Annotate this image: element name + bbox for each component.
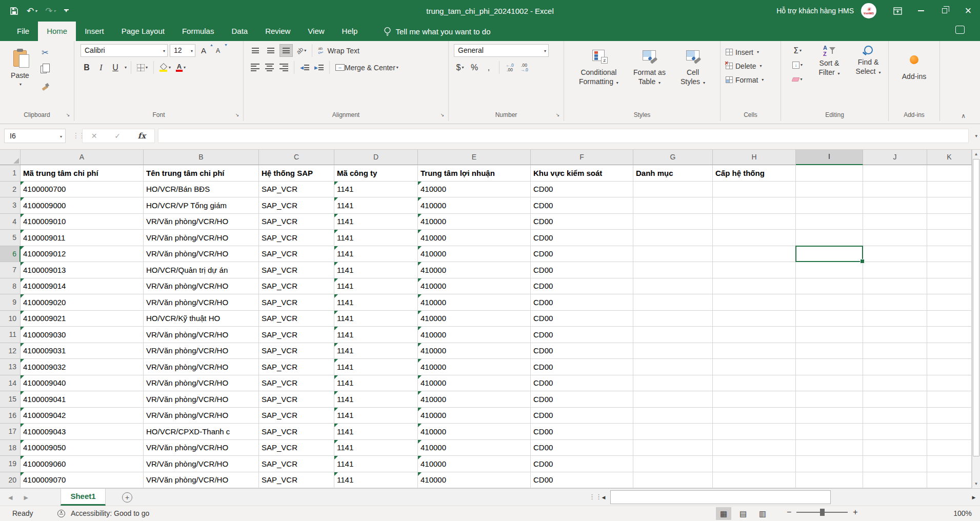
cell-G16[interactable]: [633, 408, 713, 424]
cell-E16[interactable]: 410000: [418, 408, 531, 424]
cell-D11[interactable]: 1141: [334, 327, 418, 343]
cell-J3[interactable]: [863, 197, 927, 214]
cell-J4[interactable]: [863, 214, 927, 230]
row-header-1[interactable]: 1: [0, 165, 21, 182]
cell-H16[interactable]: [713, 408, 796, 424]
cell-F2[interactable]: CD00: [531, 182, 633, 198]
column-header-A[interactable]: A: [21, 150, 144, 165]
restore-button[interactable]: [933, 0, 956, 22]
cell-I18[interactable]: [796, 440, 863, 456]
cell-C20[interactable]: SAP_VCR: [259, 472, 334, 489]
vertical-scroll-thumb[interactable]: [973, 159, 979, 456]
cell-E13[interactable]: 410000: [418, 359, 531, 375]
cell-G3[interactable]: [633, 197, 713, 214]
cell-F1[interactable]: Khu vực kiểm soát: [531, 165, 633, 182]
column-header-D[interactable]: D: [334, 150, 418, 165]
cell-J9[interactable]: [863, 294, 927, 311]
cell-I13[interactable]: [796, 359, 863, 375]
cell-A12[interactable]: 4100009031: [21, 343, 144, 359]
row-header-3[interactable]: 3: [0, 197, 21, 214]
font-dialog-launcher[interactable]: [234, 111, 241, 118]
tab-help[interactable]: Help: [333, 22, 367, 41]
column-header-H[interactable]: H: [713, 150, 796, 165]
cell-H5[interactable]: [713, 230, 796, 246]
cell-B18[interactable]: VR/Văn phòng/VCR/HO: [144, 440, 259, 456]
cell-G13[interactable]: [633, 359, 713, 375]
cell-D16[interactable]: 1141: [334, 408, 418, 424]
cell-K9[interactable]: [927, 294, 972, 311]
format-cells-button[interactable]: Format▾: [726, 73, 781, 87]
redo-button[interactable]: ↷▾: [43, 3, 58, 18]
cell-A13[interactable]: 4100009032: [21, 359, 144, 375]
cell-D3[interactable]: 1141: [334, 197, 418, 214]
name-box[interactable]: I6▾: [4, 129, 66, 143]
cell-D15[interactable]: 1141: [334, 391, 418, 408]
cell-I11[interactable]: [796, 327, 863, 343]
column-header-C[interactable]: C: [259, 150, 334, 165]
row-header-2[interactable]: 2: [0, 182, 21, 198]
cell-B1[interactable]: Tên trung tâm chi phí: [144, 165, 259, 182]
cell-B6[interactable]: VR/Văn phòng/VCR/HO: [144, 246, 259, 263]
cell-G18[interactable]: [633, 440, 713, 456]
scroll-up-icon[interactable]: ▲: [972, 150, 980, 158]
cell-F19[interactable]: CD00: [531, 456, 633, 472]
cell-H2[interactable]: [713, 182, 796, 198]
previous-sheet-button[interactable]: ◀: [8, 494, 12, 501]
paste-button[interactable]: Paste▾: [5, 44, 35, 105]
cell-I20[interactable]: [796, 472, 863, 489]
cell-I8[interactable]: [796, 278, 863, 295]
cell-A17[interactable]: 4100009043: [21, 424, 144, 440]
cell-E20[interactable]: 410000: [418, 472, 531, 489]
cell-D18[interactable]: 1141: [334, 440, 418, 456]
cell-C1[interactable]: Hệ thống SAP: [259, 165, 334, 182]
select-all-corner[interactable]: [0, 150, 21, 165]
cell-C14[interactable]: SAP_VCR: [259, 375, 334, 392]
cell-F5[interactable]: CD00: [531, 230, 633, 246]
cell-H18[interactable]: [713, 440, 796, 456]
align-right-button[interactable]: [277, 61, 290, 74]
cell-G5[interactable]: [633, 230, 713, 246]
fill-color-button[interactable]: ▾: [158, 61, 172, 74]
cell-H11[interactable]: [713, 327, 796, 343]
cell-F13[interactable]: CD00: [531, 359, 633, 375]
cell-J18[interactable]: [863, 440, 927, 456]
cell-B12[interactable]: VR/Văn phòng/VCR/HO: [144, 343, 259, 359]
cell-F17[interactable]: CD00: [531, 424, 633, 440]
cell-C8[interactable]: SAP_VCR: [259, 278, 334, 295]
cell-J15[interactable]: [863, 391, 927, 408]
formula-input[interactable]: [158, 129, 969, 143]
cell-H7[interactable]: [713, 262, 796, 278]
column-header-J[interactable]: J: [863, 150, 927, 165]
cell-J16[interactable]: [863, 408, 927, 424]
tab-file[interactable]: File: [8, 22, 38, 41]
cell-E12[interactable]: 410000: [418, 343, 531, 359]
expand-formula-bar-button[interactable]: ▾: [975, 133, 977, 138]
cell-G10[interactable]: [633, 311, 713, 327]
cell-J8[interactable]: [863, 278, 927, 295]
cell-H17[interactable]: [713, 424, 796, 440]
cell-G12[interactable]: [633, 343, 713, 359]
tab-data[interactable]: Data: [223, 22, 256, 41]
zoom-slider-thumb[interactable]: [820, 509, 825, 516]
page-break-view-button[interactable]: ▥: [755, 507, 770, 520]
cell-C15[interactable]: SAP_VCR: [259, 391, 334, 408]
cell-K5[interactable]: [927, 230, 972, 246]
cell-F8[interactable]: CD00: [531, 278, 633, 295]
cell-B2[interactable]: HO/VCR/Bán BĐS: [144, 182, 259, 198]
cell-B10[interactable]: HO/VCR/Kỹ thuật HO: [144, 311, 259, 327]
align-left-button[interactable]: [249, 61, 261, 74]
cell-F4[interactable]: CD00: [531, 214, 633, 230]
new-sheet-button[interactable]: +: [122, 492, 132, 503]
increase-indent-button[interactable]: ▶: [313, 61, 325, 74]
cell-I16[interactable]: [796, 408, 863, 424]
next-sheet-button[interactable]: ▶: [24, 494, 28, 501]
cell-D5[interactable]: 1141: [334, 230, 418, 246]
cell-K10[interactable]: [927, 311, 972, 327]
cell-J17[interactable]: [863, 424, 927, 440]
increase-decimal-button[interactable]: ←.0.00: [504, 61, 516, 74]
cell-A6[interactable]: 4100009012: [21, 246, 144, 263]
cell-H4[interactable]: [713, 214, 796, 230]
cell-C2[interactable]: SAP_VCR: [259, 182, 334, 198]
cell-D19[interactable]: 1141: [334, 456, 418, 472]
font-color-button[interactable]: A▾: [174, 61, 187, 74]
